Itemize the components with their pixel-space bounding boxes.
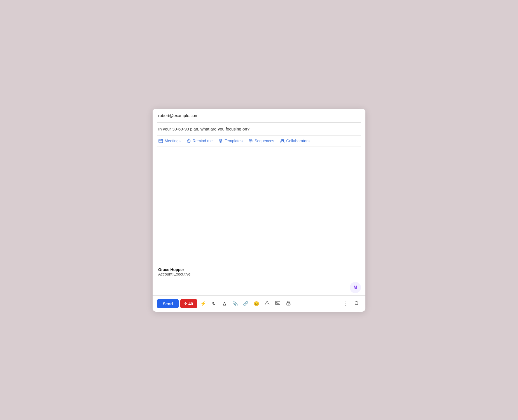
meetings-button[interactable]: Meetings [158,138,181,143]
svg-line-6 [189,141,189,142]
sequences-label: Sequences [255,139,274,143]
remind-me-label: Remind me [193,139,213,143]
svg-rect-20 [355,302,358,305]
subject-field[interactable]: In your 30-60-90 plan, what are you focu… [153,123,365,135]
tracking-badge: 40 [188,301,193,306]
email-compose-window: robert@example.com In your 30-60-90 plan… [153,109,365,312]
to-field[interactable]: robert@example.com [153,109,365,122]
more-options-icon: ⋮ [343,300,349,307]
templates-label: Templates [225,139,242,143]
svg-rect-13 [276,301,280,305]
warning-button[interactable] [263,299,272,308]
refresh-button[interactable]: ↻ [209,299,218,308]
subject-text: In your 30-60-90 plan, what are you focu… [158,127,249,131]
emoji-button[interactable]: 🙂 [252,299,261,308]
svg-point-8 [249,139,252,140]
to-address: robert@example.com [158,113,199,118]
svg-line-18 [290,304,290,304]
attach-icon: 📎 [232,301,238,306]
tracking-icon: ✈ [184,302,187,306]
more-options-button[interactable]: ⋮ [341,299,350,308]
attach-button[interactable]: 📎 [231,299,240,308]
link-icon: 🔗 [243,301,248,306]
people-icon [280,138,285,143]
send-button[interactable]: Send [157,299,179,308]
avatar-initials: M [353,285,357,290]
svg-point-12 [267,304,267,304]
svg-point-14 [276,302,277,303]
text-format-button[interactable]: A [220,299,229,308]
remind-me-button[interactable]: Remind me [186,138,213,143]
signature-title: Account Executive [158,272,360,276]
signature-name: Grace Hopper [158,267,360,272]
lock-schedule-icon [286,300,291,307]
avatar-row: M [153,281,365,295]
image-button[interactable] [273,299,282,308]
collaborators-button[interactable]: Collaborators [280,138,309,143]
svg-rect-0 [159,139,163,143]
tracking-button[interactable]: ✈ 40 [180,299,197,308]
sequences-button[interactable]: Sequences [248,138,274,143]
email-body[interactable] [153,146,365,264]
compose-toolbar: Meetings Remind me Templa [153,136,365,146]
layers-icon [218,138,223,143]
collaborators-label: Collaborators [286,139,309,143]
link-button[interactable]: 🔗 [241,299,250,308]
lightning-icon: ⚡ [200,301,206,307]
image-icon [275,300,280,307]
trash-icon [354,300,359,307]
avatar-button[interactable]: M [350,282,361,293]
delete-button[interactable] [352,299,361,308]
stack-icon [248,138,253,143]
meetings-label: Meetings [165,139,181,143]
clock-icon [186,138,191,143]
text-format-icon: A [223,301,226,306]
bottom-toolbar: Send ✈ 40 ⚡ ↻ A 📎 🔗 🙂 [153,296,365,312]
warning-icon [265,300,270,307]
refresh-icon: ↻ [212,301,216,306]
signature: Grace Hopper Account Executive [153,264,365,281]
templates-button[interactable]: Templates [218,138,242,143]
lock-schedule-button[interactable] [284,299,293,308]
lightning-button[interactable]: ⚡ [199,299,208,308]
calendar-icon [158,138,163,143]
emoji-icon: 🙂 [254,301,259,306]
